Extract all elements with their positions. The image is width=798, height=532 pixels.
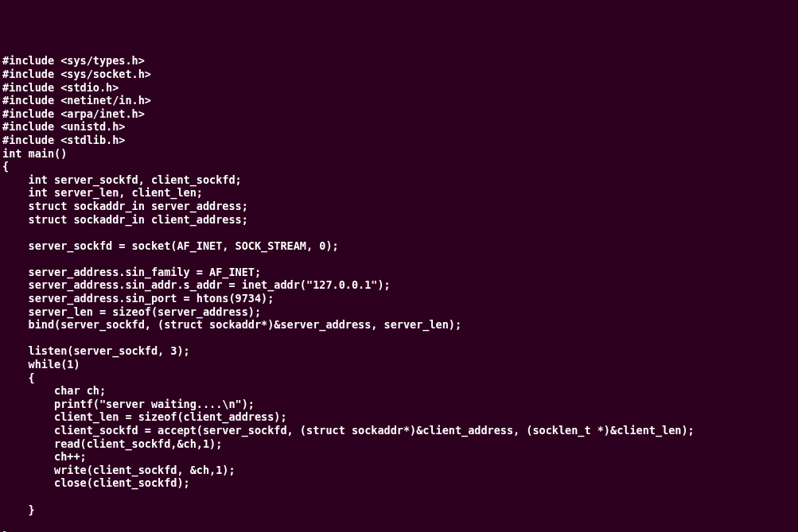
code-line: int server_len, client_len;	[2, 186, 796, 200]
code-line: int main()	[2, 147, 796, 161]
code-line: close(client_sockfd);	[2, 476, 796, 490]
code-line: write(client_sockfd, &ch,1);	[2, 464, 796, 477]
code-line: server_address.sin_family = AF_INET;	[2, 266, 796, 279]
code-line: ch++;	[2, 450, 796, 464]
code-line: while(1)	[2, 358, 796, 371]
code-line	[2, 332, 796, 345]
code-line: client_len = sizeof(client_address);	[2, 410, 796, 424]
code-line: #include <arpa/inet.h>	[2, 107, 796, 121]
code-line: }	[2, 503, 796, 517]
code-line: #include <netinet/in.h>	[2, 94, 796, 107]
code-line: printf("server waiting....\n");	[2, 398, 796, 411]
code-line: struct sockaddr_in server_address;	[2, 200, 796, 213]
code-line	[2, 490, 796, 503]
code-editor[interactable]: #include <sys/types.h>#include <sys/sock…	[2, 54, 796, 532]
code-line: char ch;	[2, 384, 796, 398]
code-line: #include <stdio.h>	[2, 81, 796, 95]
code-line: struct sockaddr_in client_address;	[2, 213, 796, 227]
code-line: read(client_sockfd,&ch,1);	[2, 437, 796, 451]
code-line: #include <sys/types.h>	[2, 54, 796, 68]
code-line	[2, 516, 796, 530]
code-line: server_len = sizeof(server_address);	[2, 305, 796, 319]
code-line: #include <unistd.h>	[2, 120, 796, 134]
code-line: {	[2, 371, 796, 385]
code-line: #include <sys/socket.h>	[2, 68, 796, 81]
code-line: int server_sockfd, client_sockfd;	[2, 173, 796, 187]
code-line: server_address.sin_addr.s_addr = inet_ad…	[2, 278, 796, 292]
code-line: listen(server_sockfd, 3);	[2, 344, 796, 358]
code-line: {	[2, 160, 796, 173]
code-line: client_sockfd = accept(server_sockfd, (s…	[2, 424, 796, 437]
code-line: bind(server_sockfd, (struct sockaddr*)&s…	[2, 318, 796, 332]
code-line: #include <stdlib.h>	[2, 134, 796, 147]
code-line	[2, 226, 796, 239]
code-line: server_address.sin_port = htons(9734);	[2, 292, 796, 305]
code-line: server_sockfd = socket(AF_INET, SOCK_STR…	[2, 239, 796, 253]
code-line	[2, 252, 796, 266]
